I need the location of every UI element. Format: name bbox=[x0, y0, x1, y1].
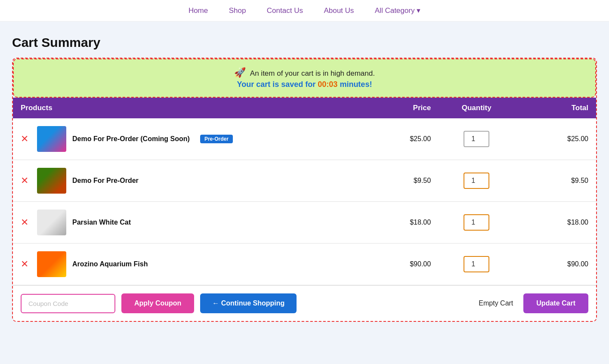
product-name-1: Demo For Pre-Order bbox=[72, 177, 139, 185]
total-cell-1: $9.50 bbox=[514, 160, 596, 202]
price-cell-3: $90.00 bbox=[363, 244, 439, 285]
col-header-products: Products bbox=[13, 98, 363, 118]
qty-input-1[interactable] bbox=[464, 173, 489, 189]
qty-cell-1 bbox=[439, 160, 514, 202]
product-cell-3: ✕ Arozino Aquarium Fish bbox=[13, 244, 363, 285]
col-header-price: Price bbox=[363, 98, 439, 118]
qty-cell-2 bbox=[439, 202, 514, 244]
page-title: Cart Summary bbox=[12, 35, 597, 50]
qty-input-0[interactable] bbox=[464, 131, 489, 147]
table-row: ✕ Parsian White Cat $18.00 $18.00 bbox=[13, 202, 596, 244]
price-cell-0: $25.00 bbox=[363, 118, 439, 160]
nav-about[interactable]: About Us bbox=[324, 6, 354, 15]
col-header-quantity: Quantity bbox=[439, 98, 514, 118]
qty-input-3[interactable] bbox=[464, 256, 489, 272]
cart-container: 🚀 An item of your cart is in high demand… bbox=[12, 58, 597, 322]
total-cell-0: $25.00 bbox=[514, 118, 596, 160]
qty-cell-0 bbox=[439, 118, 514, 160]
table-row: ✕ Demo For Pre-Order (Coming Soon) Pre-O… bbox=[13, 118, 596, 160]
nav-contact[interactable]: Contact Us bbox=[267, 6, 303, 15]
apply-coupon-button[interactable]: Apply Coupon bbox=[121, 293, 194, 313]
coupon-input[interactable] bbox=[21, 294, 115, 313]
alert-banner: 🚀 An item of your cart is in high demand… bbox=[13, 59, 596, 98]
product-name-0: Demo For Pre-Order (Coming Soon) bbox=[72, 135, 190, 143]
alert-line1: 🚀 An item of your cart is in high demand… bbox=[27, 67, 582, 78]
product-thumbnail-2 bbox=[37, 210, 66, 235]
qty-cell-3 bbox=[439, 244, 514, 285]
remove-button-0[interactable]: ✕ bbox=[21, 133, 28, 145]
remove-button-3[interactable]: ✕ bbox=[21, 259, 28, 270]
product-thumbnail-1 bbox=[37, 168, 66, 194]
bottom-bar: Apply Coupon ← Continue Shopping Empty C… bbox=[13, 285, 596, 321]
price-cell-1: $9.50 bbox=[363, 160, 439, 202]
alert-line2: Your cart is saved for 00:03 minutes! bbox=[27, 80, 582, 89]
product-name-2: Parsian White Cat bbox=[72, 219, 131, 226]
product-name-3: Arozino Aquarium Fish bbox=[72, 260, 148, 268]
remove-button-2[interactable]: ✕ bbox=[21, 217, 28, 228]
product-thumbnail-0 bbox=[37, 126, 66, 152]
product-cell-2: ✕ Parsian White Cat bbox=[13, 202, 363, 244]
total-cell-3: $90.00 bbox=[514, 244, 596, 285]
price-cell-2: $18.00 bbox=[363, 202, 439, 244]
rocket-icon: 🚀 bbox=[234, 67, 246, 78]
nav-shop[interactable]: Shop bbox=[229, 6, 246, 15]
table-header-row: Products Price Quantity Total bbox=[13, 98, 596, 118]
empty-cart-label: Empty Cart bbox=[479, 299, 513, 307]
product-cell-0: ✕ Demo For Pre-Order (Coming Soon) Pre-O… bbox=[13, 118, 363, 160]
nav-all-category[interactable]: All Category ▾ bbox=[375, 6, 420, 15]
continue-shopping-button[interactable]: ← Continue Shopping bbox=[200, 293, 297, 313]
table-row: ✕ Demo For Pre-Order $9.50 $9.50 bbox=[13, 160, 596, 202]
main-content: Cart Summary 🚀 An item of your cart is i… bbox=[0, 22, 609, 330]
total-cell-2: $18.00 bbox=[514, 202, 596, 244]
product-thumbnail-3 bbox=[37, 251, 66, 277]
update-cart-button[interactable]: Update Cart bbox=[523, 293, 588, 313]
remove-button-1[interactable]: ✕ bbox=[21, 175, 28, 186]
col-header-total: Total bbox=[514, 98, 596, 118]
qty-input-2[interactable] bbox=[464, 214, 489, 231]
preorder-badge-0: Pre-Order bbox=[200, 135, 233, 143]
nav-home[interactable]: Home bbox=[189, 6, 208, 15]
product-cell-1: ✕ Demo For Pre-Order bbox=[13, 160, 363, 202]
cart-table: Products Price Quantity Total ✕ Demo For… bbox=[13, 98, 596, 285]
table-row: ✕ Arozino Aquarium Fish $90.00 $90.00 bbox=[13, 244, 596, 285]
cart-timer: 00:03 bbox=[318, 80, 337, 89]
navigation: Home Shop Contact Us About Us All Catego… bbox=[0, 0, 609, 22]
